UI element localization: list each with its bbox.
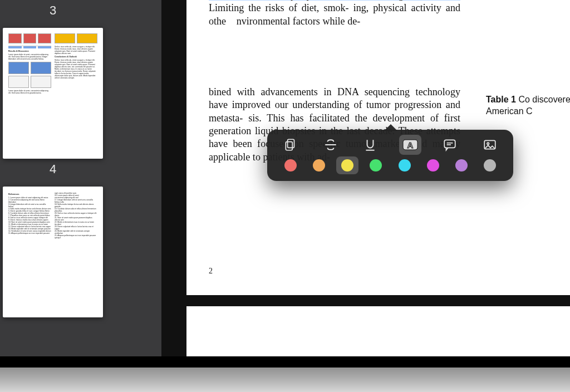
next-document-page[interactable] (186, 306, 570, 356)
selected-text[interactable]: Increased efforts towards early detectio… (209, 0, 460, 1)
color-green[interactable] (365, 156, 387, 174)
color-gray[interactable] (479, 156, 501, 174)
popover-colors-row (279, 155, 501, 175)
color-dot-icon (455, 159, 468, 171)
image-icon (483, 138, 497, 152)
copy-icon (283, 138, 298, 152)
highlight-action[interactable]: A (399, 135, 421, 155)
color-magenta[interactable] (422, 156, 444, 174)
color-dot-icon (370, 159, 382, 171)
color-dot-icon (484, 159, 496, 171)
color-dot-icon (341, 159, 353, 171)
page-number-label: 4 (50, 162, 56, 177)
annotation-popover: A (267, 130, 513, 181)
color-dot-icon (399, 159, 411, 171)
highlight-icon: A (402, 138, 419, 152)
page-thumbnail-3[interactable]: Results & Discussion Lorem ipsum dolor s… (3, 28, 103, 159)
color-dot-icon (427, 159, 439, 171)
underline-action[interactable] (359, 135, 381, 155)
table-caption: Table 1 Co discovered American C (486, 94, 570, 117)
color-cyan[interactable] (394, 156, 416, 174)
note-action[interactable] (439, 135, 461, 155)
color-orange[interactable] (308, 156, 330, 174)
note-icon (443, 138, 457, 152)
underline-icon (363, 138, 377, 152)
svg-rect-6 (445, 140, 456, 148)
device-frame: 3 Results & Discussion Lorem ipsum dolor… (0, 0, 570, 367)
body-text: nvironmental factors while de- (237, 16, 361, 27)
color-dot-icon (313, 159, 325, 171)
color-dot-icon (284, 159, 297, 171)
color-red[interactable] (279, 156, 302, 174)
strikethrough-action[interactable] (320, 135, 342, 155)
page-number-label: 3 (50, 3, 56, 18)
page-number: 2 (209, 266, 213, 276)
color-purple[interactable] (450, 156, 473, 174)
copy-action[interactable] (279, 135, 302, 155)
thumbnail-sidebar[interactable]: 3 Results & Discussion Lorem ipsum dolor… (0, 0, 161, 356)
svg-rect-0 (288, 139, 294, 148)
svg-text:A: A (407, 140, 413, 150)
page-thumbnail-4[interactable]: References 1. Lorem ipsum dolor sit amet… (3, 187, 103, 317)
svg-point-10 (487, 143, 489, 144)
svg-rect-1 (286, 141, 292, 150)
strikethrough-icon (323, 138, 338, 152)
color-yellow[interactable] (336, 156, 358, 174)
popover-actions-row: A (279, 134, 501, 155)
image-action[interactable] (479, 135, 501, 155)
